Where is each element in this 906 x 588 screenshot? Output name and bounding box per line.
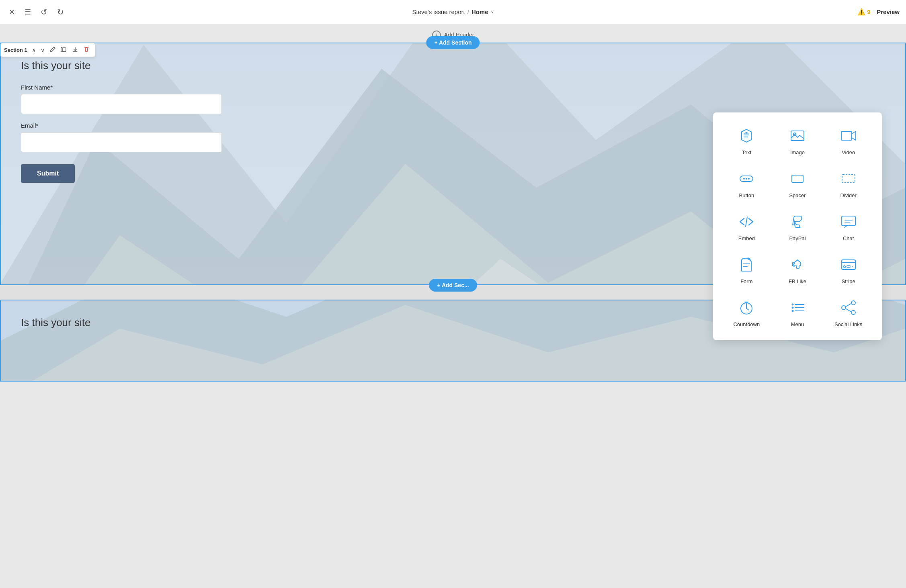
section-edit-button[interactable]: [47, 45, 58, 55]
redo-button[interactable]: ↻: [55, 6, 66, 18]
section-download-button[interactable]: [70, 45, 80, 55]
svg-point-26: [791, 307, 793, 309]
svg-point-23: [852, 266, 853, 267]
widget-item-countdown[interactable]: Countdown: [723, 294, 771, 331]
first-name-input[interactable]: [21, 94, 222, 114]
svg-rect-22: [847, 265, 850, 267]
fblike-icon: [787, 254, 808, 275]
widget-item-sociallinks[interactable]: Social Links: [824, 294, 872, 331]
section-move-down-button[interactable]: ∨: [39, 46, 47, 55]
svg-rect-18: [842, 175, 855, 183]
menu-button[interactable]: ☰: [22, 6, 33, 18]
section-toolbar: Section 1 ∧ ∨: [0, 43, 95, 57]
section-label: Section 1: [4, 47, 27, 53]
svg-rect-19: [842, 216, 855, 226]
widget-sociallinks-label: Social Links: [834, 321, 862, 327]
topbar-left: ✕ ☰ ↺ ↻: [6, 6, 66, 18]
widget-paypal-label: PayPal: [789, 235, 806, 241]
widget-panel-scroll[interactable]: Text Image: [723, 122, 872, 331]
add-section-bottom-button[interactable]: + Add Sec...: [429, 279, 477, 292]
widget-panel: Text Image: [713, 112, 882, 340]
widget-embed-label: Embed: [738, 235, 755, 241]
topbar-right: ⚠️ 9 Preview: [857, 8, 900, 16]
widget-item-form[interactable]: Form: [723, 251, 771, 288]
widget-spacer-label: Spacer: [789, 192, 806, 198]
svg-point-21: [843, 266, 845, 268]
widget-chat-label: Chat: [843, 235, 854, 241]
widget-item-embed[interactable]: Embed: [723, 208, 771, 245]
undo-button[interactable]: ↺: [38, 6, 50, 18]
countdown-icon: [736, 297, 757, 318]
divider-icon: [838, 168, 859, 189]
widget-item-button[interactable]: Button: [723, 165, 771, 202]
first-name-label: First Name*: [21, 84, 222, 91]
section-1-title: Is this your site: [21, 59, 885, 72]
text-icon: [736, 125, 757, 146]
svg-rect-17: [792, 175, 803, 182]
chat-icon: [838, 211, 859, 232]
widget-divider-label: Divider: [840, 192, 856, 198]
email-group: Email*: [21, 122, 222, 152]
email-input[interactable]: [21, 132, 222, 152]
svg-point-30: [851, 310, 855, 314]
button-icon: [736, 168, 757, 189]
submit-button[interactable]: Submit: [21, 164, 75, 183]
warning-count: 9: [867, 9, 870, 15]
widget-item-chat[interactable]: Chat: [824, 208, 872, 245]
widget-item-image[interactable]: Image: [774, 122, 822, 159]
menu-icon: [787, 297, 808, 318]
stripe-icon: [838, 254, 859, 275]
svg-point-15: [746, 178, 747, 180]
widget-text-label: Text: [742, 149, 751, 155]
image-icon: [787, 125, 808, 146]
section-delete-button[interactable]: [81, 45, 92, 55]
svg-point-25: [791, 304, 793, 306]
first-name-group: First Name*: [21, 84, 222, 114]
video-icon: [838, 125, 859, 146]
widget-form-label: Form: [740, 278, 752, 284]
widget-countdown-label: Countdown: [733, 321, 760, 327]
widget-image-label: Image: [790, 149, 805, 155]
preview-button[interactable]: Preview: [877, 8, 900, 15]
svg-point-16: [748, 178, 750, 180]
widget-item-divider[interactable]: Divider: [824, 165, 872, 202]
embed-icon: [736, 211, 757, 232]
widget-video-label: Video: [842, 149, 855, 155]
widget-fblike-label: FB Like: [789, 278, 806, 284]
svg-rect-12: [841, 131, 852, 140]
email-label: Email*: [21, 122, 222, 129]
section-duplicate-button[interactable]: [59, 45, 69, 55]
widget-stripe-label: Stripe: [842, 278, 855, 284]
widget-menu-label: Menu: [791, 321, 804, 327]
widget-item-video[interactable]: Video: [824, 122, 872, 159]
breadcrumb: Steve's issue report / Home ∨: [412, 8, 494, 15]
warning-icon: ⚠️: [857, 8, 865, 16]
add-section-top-button[interactable]: + Add Section: [426, 36, 480, 49]
svg-point-29: [842, 306, 846, 310]
spacer-icon: [787, 168, 808, 189]
section-move-up-button[interactable]: ∧: [30, 46, 38, 55]
page-dropdown-chevron[interactable]: ∨: [491, 9, 494, 14]
widget-item-menu[interactable]: Menu: [774, 294, 822, 331]
canvas-area: + Add Header + Add Section Section 1 ∧ ∨: [0, 24, 906, 588]
widget-item-stripe[interactable]: Stripe: [824, 251, 872, 288]
widget-item-paypal[interactable]: PayPal: [774, 208, 822, 245]
site-name: Steve's issue report: [412, 8, 465, 15]
page-name[interactable]: Home: [471, 8, 488, 15]
svg-rect-0: [62, 48, 66, 51]
svg-point-28: [851, 301, 855, 305]
svg-point-27: [791, 310, 793, 312]
sociallinks-icon: [838, 297, 859, 318]
widget-grid: Text Image: [723, 122, 872, 331]
widget-button-label: Button: [739, 192, 754, 198]
widget-item-fblike[interactable]: FB Like: [774, 251, 822, 288]
svg-point-14: [743, 178, 745, 180]
svg-rect-20: [842, 260, 855, 270]
breadcrumb-slash: /: [467, 8, 469, 15]
close-button[interactable]: ✕: [6, 6, 17, 18]
paypal-icon: [787, 211, 808, 232]
form-icon: [736, 254, 757, 275]
widget-item-spacer[interactable]: Spacer: [774, 165, 822, 202]
widget-item-text[interactable]: Text: [723, 122, 771, 159]
warning-badge[interactable]: ⚠️ 9: [857, 8, 870, 16]
